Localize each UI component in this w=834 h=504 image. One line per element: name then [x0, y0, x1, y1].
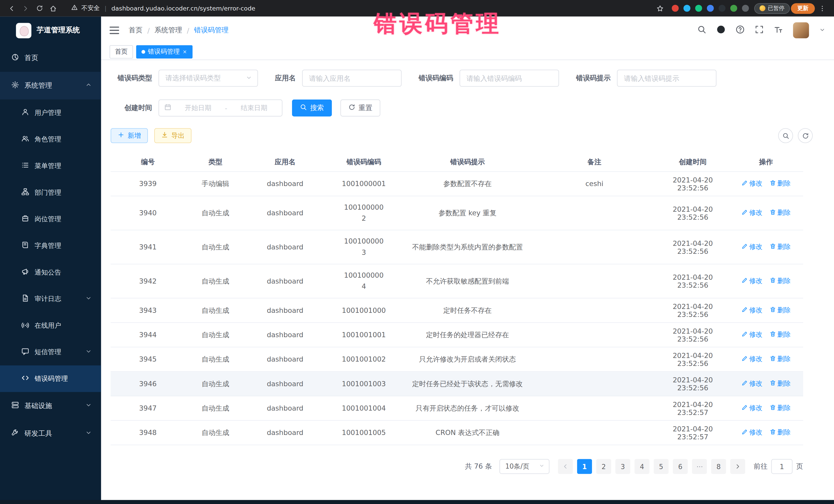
delete-link[interactable]: 删除: [769, 179, 791, 188]
filter-input[interactable]: [617, 70, 717, 87]
extension-icon[interactable]: [718, 5, 725, 12]
search-button[interactable]: 搜索: [292, 100, 332, 116]
edit-link[interactable]: 修改: [741, 379, 762, 388]
delete-link[interactable]: 删除: [769, 379, 791, 388]
edit-link[interactable]: 修改: [741, 404, 762, 413]
edit-link[interactable]: 修改: [741, 242, 762, 251]
sidebar-item-4[interactable]: 菜单管理: [0, 153, 101, 179]
breadcrumb-item[interactable]: 首页: [129, 25, 143, 35]
update-button[interactable]: 更新: [791, 3, 815, 13]
tab-首页[interactable]: 首页: [110, 45, 133, 59]
sidebar-item-6[interactable]: 岗位管理: [0, 206, 101, 233]
sidebar-item-14[interactable]: 研发工具: [0, 420, 101, 447]
user-avatar[interactable]: [793, 22, 809, 38]
extension-icon[interactable]: [695, 5, 702, 12]
table-row[interactable]: 3946自动生成dashboard1001001003定时任务已经处于该状态，无…: [111, 372, 803, 396]
filter-input[interactable]: [302, 70, 402, 87]
edit-link[interactable]: 修改: [741, 355, 762, 364]
extension-icon[interactable]: [683, 5, 690, 12]
reload-icon[interactable]: [33, 2, 46, 15]
date-range-picker[interactable]: 开始日期 - 结束日期: [159, 100, 283, 116]
help-icon[interactable]: [736, 25, 745, 36]
url-text[interactable]: dashboard.yudao.iocoder.cn/system/error-…: [111, 5, 255, 12]
bookmark-star-icon[interactable]: [653, 2, 666, 15]
app-logo[interactable]: 芋道管理系统: [0, 17, 101, 44]
back-icon[interactable]: [5, 2, 18, 15]
refresh-table-button[interactable]: [798, 128, 813, 143]
page-button-8[interactable]: 8: [711, 459, 726, 474]
extension-icon[interactable]: [707, 5, 714, 12]
add-button[interactable]: 新增: [111, 128, 148, 143]
sidebar-item-2[interactable]: 用户管理: [0, 100, 101, 126]
sidebar-item-0[interactable]: 首页: [0, 44, 101, 72]
sidebar-item-1[interactable]: 系统管理: [0, 72, 101, 100]
sidebar-item-10[interactable]: 在线用户: [0, 312, 101, 339]
delete-link[interactable]: 删除: [769, 355, 791, 364]
page-button-5[interactable]: 5: [654, 459, 668, 474]
table-row[interactable]: 3947自动生成dashboard1001001004只有开启状态的任务，才可以…: [111, 396, 803, 421]
address-bar[interactable]: 不安全 | dashboard.yudao.iocoder.cn/system/…: [65, 2, 648, 14]
sidebar-item-3[interactable]: 角色管理: [0, 126, 101, 153]
edit-link[interactable]: 修改: [741, 306, 762, 315]
sidebar-item-11[interactable]: 短信管理: [0, 339, 101, 366]
toggle-search-button[interactable]: [778, 128, 793, 143]
delete-link[interactable]: 删除: [769, 306, 791, 315]
table-row[interactable]: 3942自动生成dashboard1001000004不允许获取敏感配置到前端2…: [111, 264, 803, 299]
table-row[interactable]: 3940自动生成dashboard1001000002参数配置 key 重复20…: [111, 196, 803, 231]
edit-link[interactable]: 修改: [741, 330, 762, 339]
next-page-button[interactable]: [730, 459, 745, 474]
goto-page-input[interactable]: [771, 459, 792, 474]
sidebar-item-5[interactable]: 部门管理: [0, 179, 101, 206]
delete-link[interactable]: 删除: [769, 277, 791, 286]
edit-link[interactable]: 修改: [741, 209, 762, 217]
prev-page-button[interactable]: [558, 459, 573, 474]
extension-icon[interactable]: [672, 5, 679, 12]
forward-icon[interactable]: [19, 2, 32, 15]
filter-input[interactable]: [460, 70, 559, 87]
delete-link[interactable]: 删除: [769, 330, 791, 339]
page-button-6[interactable]: 6: [673, 459, 688, 474]
page-button-3[interactable]: 3: [615, 459, 630, 474]
start-date-placeholder[interactable]: 开始日期: [176, 104, 221, 112]
search-icon[interactable]: [697, 25, 706, 36]
fullscreen-icon[interactable]: [755, 25, 764, 36]
table-row[interactable]: 3939手动编辑dashboard1001000001参数配置不存在ceshi2…: [111, 172, 803, 196]
table-row[interactable]: 3948自动生成dashboard1001001005CRON 表达式不正确20…: [111, 421, 803, 445]
edit-link[interactable]: 修改: [741, 428, 762, 437]
delete-link[interactable]: 删除: [769, 209, 791, 217]
close-icon[interactable]: [182, 49, 187, 54]
sidebar-item-12[interactable]: 错误码管理: [0, 366, 101, 392]
home-icon[interactable]: [47, 2, 60, 15]
page-button-2[interactable]: 2: [596, 459, 611, 474]
sidebar-item-7[interactable]: 字典管理: [0, 233, 101, 259]
page-button-1[interactable]: 1: [577, 459, 592, 474]
table-row[interactable]: 3943自动生成dashboard1001001000定时任务不存在2021-0…: [111, 299, 803, 323]
extension-icon[interactable]: [730, 5, 737, 12]
more-pages-button[interactable]: [692, 459, 707, 474]
table-row[interactable]: 3945自动生成dashboard1001001002只允许修改为开启或者关闭状…: [111, 347, 803, 372]
table-row[interactable]: 3944自动生成dashboard1001001001定时任务的处理器已经存在2…: [111, 323, 803, 347]
chevron-down-icon[interactable]: [819, 26, 826, 35]
reset-button[interactable]: 重置: [341, 100, 380, 116]
filter-select[interactable]: 请选择错误码类型: [159, 70, 258, 87]
page-size-select[interactable]: 10条/页: [499, 459, 549, 474]
browser-menu-icon[interactable]: [816, 2, 829, 15]
export-button[interactable]: 导出: [154, 128, 192, 143]
extension-icon[interactable]: [742, 5, 749, 12]
sidebar-item-9[interactable]: 审计日志: [0, 286, 101, 312]
paused-button[interactable]: 已暂停: [754, 3, 790, 13]
github-icon[interactable]: [717, 25, 725, 36]
end-date-placeholder[interactable]: 结束日期: [232, 104, 277, 112]
delete-link[interactable]: 删除: [769, 404, 791, 413]
edit-link[interactable]: 修改: [741, 179, 762, 188]
sidebar-item-13[interactable]: 基础设施: [0, 392, 101, 420]
sidebar-item-8[interactable]: 通知公告: [0, 259, 101, 286]
breadcrumb-item[interactable]: 系统管理: [154, 25, 182, 35]
tab-错误码管理[interactable]: 错误码管理: [136, 45, 193, 59]
delete-link[interactable]: 删除: [769, 242, 791, 251]
collapse-sidebar-icon[interactable]: [110, 27, 119, 34]
table-row[interactable]: 3941自动生成dashboard1001000003不能删除类型为系统内置的参…: [111, 230, 803, 264]
font-size-icon[interactable]: [774, 25, 783, 36]
delete-link[interactable]: 删除: [769, 428, 791, 437]
edit-link[interactable]: 修改: [741, 277, 762, 286]
